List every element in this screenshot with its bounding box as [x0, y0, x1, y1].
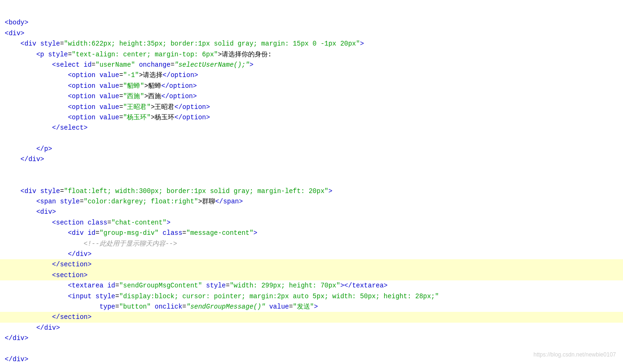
- html-tag: </option>: [174, 114, 210, 121]
- html-tag: <span: [36, 198, 60, 205]
- attr-name: value: [100, 114, 119, 121]
- html-tag: >: [253, 229, 257, 237]
- code-line: <option value="西施">西施</option>: [0, 91, 623, 101]
- code-line: <div>: [0, 207, 623, 217]
- code-line: <select id="userName" onchange="selectUs…: [0, 60, 623, 70]
- code-line: [0, 165, 623, 175]
- plain-text: =: [95, 229, 99, 237]
- plain-text: >西施: [144, 93, 161, 100]
- attr-value: "sendGroupMsgContent": [119, 282, 202, 289]
- attr-name: style: [48, 51, 68, 58]
- html-tag: </div>: [5, 356, 28, 363]
- code-line: <textarea id="sendGroupMsgContent" style…: [0, 280, 623, 291]
- attr-value: "貂蝉": [123, 82, 144, 90]
- plain-text: =: [119, 93, 123, 100]
- html-tag: <div>: [36, 208, 56, 216]
- plain-text: [135, 61, 139, 69]
- attr-value: "display:block; cursor: pointer; margin:…: [119, 293, 439, 300]
- html-tag: </p>: [36, 145, 52, 153]
- attr-name: id: [87, 229, 95, 237]
- plain-text: >杨玉环: [151, 114, 174, 121]
- attr-name: class: [163, 229, 182, 237]
- html-tag: <option: [68, 93, 99, 100]
- attr-value-italic: "selectUserName();": [174, 61, 249, 69]
- attr-name: style: [40, 187, 60, 195]
- plain-text: =: [119, 114, 123, 121]
- plain-text: [265, 303, 269, 310]
- html-tag: <section>: [52, 271, 88, 279]
- html-tag: </div>: [5, 334, 28, 342]
- code-line: </div>: [0, 323, 623, 333]
- code-line: <div style="width:622px; height:35px; bo…: [0, 39, 623, 49]
- attr-name: type: [100, 303, 116, 310]
- plain-text: =: [119, 71, 123, 79]
- plain-text: >王昭君: [151, 103, 174, 111]
- attr-value: "width: 299px; height: 70px": [230, 282, 340, 289]
- attr-name: style: [206, 282, 226, 289]
- attr-value: "width:622px; height:35px; border:1px so…: [64, 40, 360, 47]
- code-line: </section>: [0, 259, 623, 270]
- code-line: <section class="chat-content">: [0, 217, 623, 228]
- watermark: https://blog.csdn.net/newbie0107: [534, 350, 616, 359]
- attr-value: "message-content": [187, 229, 254, 237]
- attr-value: "西施": [123, 93, 144, 100]
- html-tag: ></textarea>: [340, 282, 388, 289]
- attr-value: "button": [119, 303, 151, 310]
- plain-text: =: [115, 293, 119, 300]
- html-tag: </section>: [52, 313, 92, 321]
- attr-value: "group-msg-div": [100, 229, 159, 237]
- attr-name: onclick: [155, 303, 182, 310]
- attr-value: "chat-content": [111, 219, 167, 226]
- code-line: </select>: [0, 123, 623, 133]
- plain-text: >貂蝉: [144, 82, 161, 90]
- html-tag: >: [314, 303, 318, 310]
- html-tag: <div: [21, 40, 40, 47]
- html-tag: </option>: [174, 103, 210, 111]
- code-editor: <body><div> <div style="width:622px; hei…: [0, 5, 623, 364]
- plain-text: =: [60, 187, 64, 195]
- plain-text: >群聊: [198, 198, 215, 205]
- code-line: <div>: [0, 28, 623, 39]
- code-line: </div>: [0, 354, 623, 364]
- code-line: [0, 175, 623, 186]
- code-line: <div style="float:left; width:300px; bor…: [0, 186, 623, 196]
- code-line: <option value="王昭君">王昭君</option>: [0, 102, 623, 112]
- plain-text: =: [182, 303, 186, 310]
- html-tag: <option: [68, 82, 99, 90]
- html-tag: <select: [52, 61, 84, 69]
- code-line: </p>: [0, 144, 623, 154]
- plain-text: =: [80, 198, 84, 205]
- plain-text: =: [119, 103, 123, 111]
- plain-text: =: [115, 303, 119, 310]
- html-tag: <option: [68, 114, 99, 121]
- attr-value: "color:darkgrey; float:right": [84, 198, 198, 205]
- attr-name: style: [95, 293, 115, 300]
- code-line: [0, 133, 623, 144]
- plain-text: >请选择: [139, 71, 163, 79]
- plain-text: [202, 282, 206, 289]
- html-tag: <body>: [5, 19, 28, 26]
- plain-text: =: [226, 282, 230, 289]
- plain-text: =: [68, 51, 71, 58]
- code-line: <option value="貂蝉">貂蝉</option>: [0, 81, 623, 91]
- attr-name: style: [40, 40, 60, 47]
- html-tag: </option>: [163, 71, 198, 79]
- plain-text: >请选择你的身份:: [218, 51, 272, 58]
- attr-value: "-1": [123, 71, 139, 79]
- attr-value: "text-align: center; margin-top: 6px": [72, 51, 218, 58]
- code-line: <div id="group-msg-div" class="message-c…: [0, 228, 623, 238]
- code-line: <body>: [0, 17, 623, 28]
- attr-value: "杨玉环": [123, 114, 151, 121]
- html-tag: </option>: [161, 93, 197, 100]
- plain-text: =: [115, 282, 119, 289]
- html-tag: </span>: [215, 198, 243, 205]
- code-line: <input style="display:block; cursor: poi…: [0, 291, 623, 302]
- html-tag: <input: [68, 293, 95, 300]
- code-line: [0, 344, 623, 354]
- code-line: <p style="text-align: center; margin-top…: [0, 49, 623, 60]
- attr-name: class: [87, 219, 107, 226]
- code-line: <option value="-1">请选择</option>: [0, 70, 623, 80]
- code-line: type="button" onclick="sendGroupMessage(…: [0, 302, 623, 312]
- html-tag: </option>: [161, 82, 197, 90]
- html-comment: <!--此处用于显示聊天内容-->: [84, 240, 177, 248]
